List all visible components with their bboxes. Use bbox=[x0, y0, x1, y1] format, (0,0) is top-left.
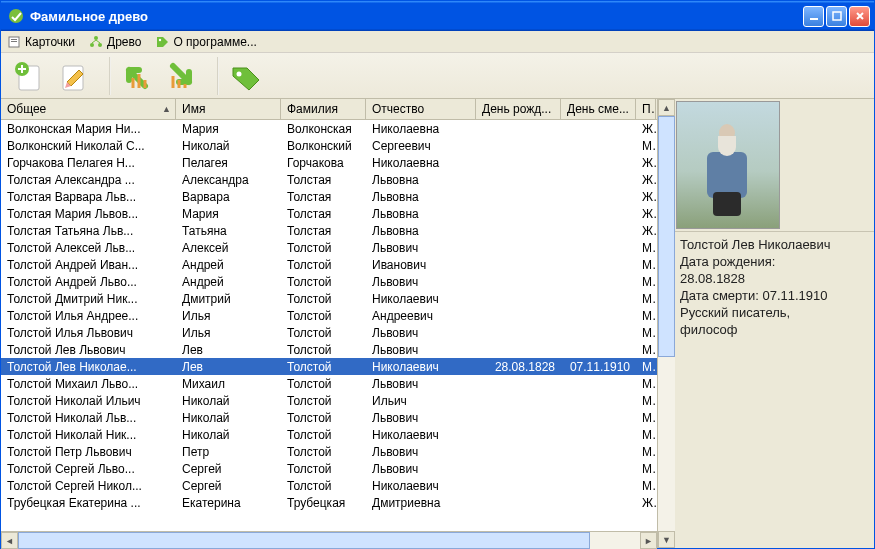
column-gender[interactable]: П... bbox=[636, 99, 656, 119]
menu-about[interactable]: О программе... bbox=[155, 35, 256, 49]
table-cell: Толстой bbox=[281, 445, 366, 459]
table-cell: Михаил bbox=[176, 377, 281, 391]
table-cell: Толстой bbox=[281, 411, 366, 425]
detail-birth-label: Дата рождения: bbox=[680, 253, 868, 270]
table-row[interactable]: Толстой Андрей Льво...АндрейТолстойЛьвов… bbox=[1, 273, 657, 290]
table-cell: М bbox=[636, 326, 656, 340]
table-cell: Толстая bbox=[281, 173, 366, 187]
table-row[interactable]: Толстой Михаил Льво...МихаилТолстойЛьвов… bbox=[1, 375, 657, 392]
vertical-scrollbar[interactable]: ▲ ▼ bbox=[657, 99, 674, 548]
column-name[interactable]: Имя bbox=[176, 99, 281, 119]
detail-fullname: Толстой Лев Николаевич bbox=[680, 236, 868, 253]
table-row[interactable]: Толстой Андрей Иван...АндрейТолстойИвано… bbox=[1, 256, 657, 273]
table-row[interactable]: Толстой Дмитрий Ник...ДмитрийТолстойНико… bbox=[1, 290, 657, 307]
new-card-button[interactable] bbox=[9, 56, 49, 96]
table-row[interactable]: Толстая Варвара Льв...ВарвараТолстаяЛьво… bbox=[1, 188, 657, 205]
table-row[interactable]: Толстой Илья ЛьвовичИльяТолстойЛьвовичМ bbox=[1, 324, 657, 341]
table-row[interactable]: Толстая Александра ...АлександраТолстаяЛ… bbox=[1, 171, 657, 188]
table-cell: Екатерина bbox=[176, 496, 281, 510]
table-cell: Лев bbox=[176, 360, 281, 374]
svg-rect-5 bbox=[11, 41, 17, 42]
minimize-button[interactable] bbox=[803, 6, 824, 27]
table-row[interactable]: Горчакова Пелагея Н...ПелагеяГорчаковаНи… bbox=[1, 154, 657, 171]
table-cell: Толстой Сергей Никол... bbox=[1, 479, 176, 493]
table-row[interactable]: Толстой Лев Николае...ЛевТолстойНиколаев… bbox=[1, 358, 657, 375]
maximize-button[interactable] bbox=[826, 6, 847, 27]
photo-box bbox=[674, 99, 874, 231]
table-pane: Общее▲ Имя Фамилия Отчество День рожд...… bbox=[1, 99, 657, 548]
table-row[interactable]: Волконский Николай С...НиколайВолконский… bbox=[1, 137, 657, 154]
horizontal-scrollbar[interactable]: ◄ ► bbox=[1, 531, 657, 548]
edit-card-icon bbox=[55, 58, 91, 94]
table-row[interactable]: Толстой Алексей Льв...АлексейТолстойЛьво… bbox=[1, 239, 657, 256]
v-scroll-thumb[interactable] bbox=[658, 116, 675, 357]
h-scroll-track[interactable] bbox=[18, 532, 640, 549]
table-cell: Ж bbox=[636, 224, 656, 238]
table-cell: Львович bbox=[366, 241, 476, 255]
table-row[interactable]: Толстая Мария Львов...МарияТолстаяЛьвовн… bbox=[1, 205, 657, 222]
table-cell: Николаевич bbox=[366, 360, 476, 374]
table-row[interactable]: Толстая Татьяна Льв...ТатьянаТолстаяЛьво… bbox=[1, 222, 657, 239]
column-patronym[interactable]: Отчество bbox=[366, 99, 476, 119]
table-cell: М bbox=[636, 462, 656, 476]
close-button[interactable] bbox=[849, 6, 870, 27]
v-scroll-track[interactable] bbox=[658, 116, 675, 531]
table-cell: Андреевич bbox=[366, 309, 476, 323]
table-cell: Львовна bbox=[366, 224, 476, 238]
table-row[interactable]: Трубецкая Екатерина ...ЕкатеринаТрубецка… bbox=[1, 494, 657, 511]
table-row[interactable]: Толстой Сергей Льво...СергейТолстойЛьвов… bbox=[1, 460, 657, 477]
table-row[interactable]: Толстой Илья Андрее...ИльяТолстойАндреев… bbox=[1, 307, 657, 324]
table-cell: Толстой Николай Льв... bbox=[1, 411, 176, 425]
descendants-button[interactable] bbox=[161, 56, 201, 96]
table-cell: 07.11.1910 bbox=[561, 360, 636, 374]
person-photo[interactable] bbox=[676, 101, 780, 229]
table-cell: Андрей bbox=[176, 275, 281, 289]
table-cell: Толстой bbox=[281, 258, 366, 272]
column-deathday[interactable]: День сме... bbox=[561, 99, 636, 119]
table-cell: Толстой Сергей Льво... bbox=[1, 462, 176, 476]
table-cell: Львович bbox=[366, 343, 476, 357]
table-cell: Петр bbox=[176, 445, 281, 459]
table-row[interactable]: Волконская Мария Ни...МарияВолконскаяНик… bbox=[1, 120, 657, 137]
tag-icon bbox=[155, 35, 169, 49]
table-cell: М bbox=[636, 309, 656, 323]
table-cell: Львовна bbox=[366, 190, 476, 204]
menu-tree[interactable]: Древо bbox=[89, 35, 141, 49]
table-body[interactable]: Волконская Мария Ни...МарияВолконскаяНик… bbox=[1, 120, 657, 531]
table-cell: Трубецкая Екатерина ... bbox=[1, 496, 176, 510]
table-cell: Львович bbox=[366, 326, 476, 340]
table-row[interactable]: Толстой Николай Ник...НиколайТолстойНико… bbox=[1, 426, 657, 443]
scroll-down-button[interactable]: ▼ bbox=[658, 531, 675, 548]
table-cell: М bbox=[636, 411, 656, 425]
tag-button[interactable] bbox=[225, 56, 265, 96]
table-cell: Толстой Михаил Льво... bbox=[1, 377, 176, 391]
table-row[interactable]: Толстой Лев ЛьвовичЛевТолстойЛьвовичМ bbox=[1, 341, 657, 358]
table-cell: Трубецкая bbox=[281, 496, 366, 510]
menu-cards[interactable]: Карточки bbox=[7, 35, 75, 49]
table-row[interactable]: Толстой Петр ЛьвовичПетрТолстойЛьвовичМ bbox=[1, 443, 657, 460]
new-card-icon bbox=[11, 58, 47, 94]
column-surname[interactable]: Фамилия bbox=[281, 99, 366, 119]
h-scroll-thumb[interactable] bbox=[18, 532, 590, 549]
table-row[interactable]: Толстой Николай ИльичНиколайТолстойИльич… bbox=[1, 392, 657, 409]
column-common[interactable]: Общее▲ bbox=[1, 99, 176, 119]
toolbar bbox=[1, 53, 874, 99]
scroll-left-button[interactable]: ◄ bbox=[1, 532, 18, 549]
ancestors-button[interactable] bbox=[117, 56, 157, 96]
table-cell: Львовна bbox=[366, 173, 476, 187]
table-cell: Толстая Татьяна Льв... bbox=[1, 224, 176, 238]
column-birthday[interactable]: День рожд... bbox=[476, 99, 561, 119]
table-cell: Илья bbox=[176, 326, 281, 340]
table-cell: Львович bbox=[366, 462, 476, 476]
table-cell: Ж bbox=[636, 190, 656, 204]
title-bar[interactable]: Фамильное древо bbox=[1, 1, 874, 31]
edit-card-button[interactable] bbox=[53, 56, 93, 96]
table-cell: Ж bbox=[636, 207, 656, 221]
table-cell: Львович bbox=[366, 275, 476, 289]
scroll-right-button[interactable]: ► bbox=[640, 532, 657, 549]
table-row[interactable]: Толстой Сергей Никол...СергейТолстойНико… bbox=[1, 477, 657, 494]
scroll-up-button[interactable]: ▲ bbox=[658, 99, 675, 116]
detail-description-2: философ bbox=[680, 321, 868, 338]
toolbar-separator bbox=[109, 57, 111, 95]
table-row[interactable]: Толстой Николай Льв...НиколайТолстойЛьво… bbox=[1, 409, 657, 426]
